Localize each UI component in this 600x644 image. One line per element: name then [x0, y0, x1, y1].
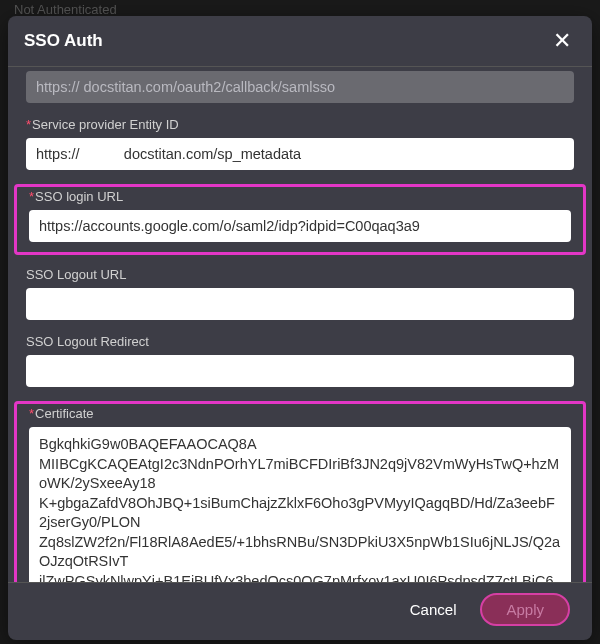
- certificate-textarea[interactable]: [29, 427, 571, 582]
- modal-title: SSO Auth: [24, 31, 103, 51]
- close-button[interactable]: ✕: [548, 27, 576, 55]
- apply-button[interactable]: Apply: [480, 593, 570, 626]
- close-icon: ✕: [553, 28, 571, 53]
- login-url-input[interactable]: [29, 210, 571, 242]
- sso-auth-modal: SSO Auth ✕ https:// docstitan.com/oauth2…: [8, 16, 592, 640]
- logout-url-input[interactable]: [26, 288, 574, 320]
- modal-body: https:// docstitan.com/oauth2/callback/s…: [8, 67, 592, 582]
- logout-redirect-field: SSO Logout Redirect: [26, 334, 574, 387]
- entity-id-input[interactable]: [26, 138, 574, 170]
- entity-id-label: *Service provider Entity ID: [26, 117, 574, 132]
- logout-url-field: SSO Logout URL: [26, 267, 574, 320]
- logout-url-label: SSO Logout URL: [26, 267, 574, 282]
- login-url-highlighted-wrapper: *SSO login URL: [14, 184, 586, 255]
- callback-url-readonly: https:// docstitan.com/oauth2/callback/s…: [26, 71, 574, 103]
- entity-id-field: *Service provider Entity ID: [26, 117, 574, 170]
- certificate-highlighted-wrapper: *Certificate: [14, 401, 586, 582]
- callback-url-field: https:// docstitan.com/oauth2/callback/s…: [26, 71, 574, 103]
- logout-redirect-input[interactable]: [26, 355, 574, 387]
- modal-header: SSO Auth ✕: [8, 16, 592, 67]
- certificate-label: *Certificate: [29, 406, 571, 421]
- logout-redirect-label: SSO Logout Redirect: [26, 334, 574, 349]
- cancel-button[interactable]: Cancel: [410, 601, 457, 618]
- login-url-label: *SSO login URL: [29, 189, 571, 204]
- backdrop-status-text: Not Authenticated: [14, 2, 117, 17]
- modal-footer: Cancel Apply: [8, 582, 592, 640]
